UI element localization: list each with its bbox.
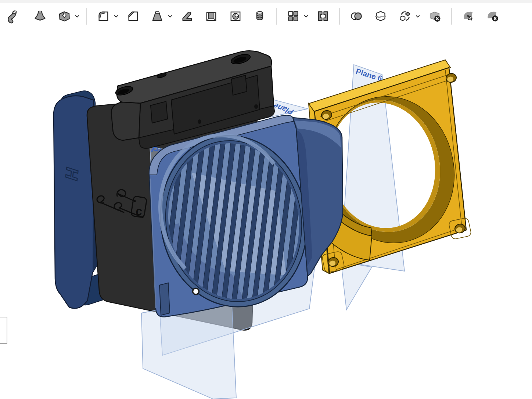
chamfer-icon: [125, 8, 141, 24]
shell-icon: [204, 8, 219, 24]
chevron-down-icon: [166, 12, 174, 20]
delete-part-icon: [427, 8, 442, 24]
transform-button[interactable]: [396, 7, 413, 26]
move-face-icon: [460, 8, 476, 24]
hole-button[interactable]: [227, 7, 244, 26]
delete-face-icon: [485, 8, 500, 24]
sweep-icon: [8, 8, 24, 24]
thread-button[interactable]: [251, 7, 268, 26]
transform-icon: [397, 8, 413, 24]
toolbar-divider: [86, 8, 87, 25]
linear-pattern-button[interactable]: [285, 7, 302, 26]
chamfer-button[interactable]: [125, 7, 141, 26]
window-top-strip: [0, 0, 532, 3]
delete-face-button[interactable]: [484, 7, 501, 26]
chevron-down-icon: [302, 12, 310, 20]
fillet-icon: [96, 8, 111, 24]
mirror-icon: [315, 8, 331, 24]
rib-button[interactable]: [179, 7, 195, 26]
draft-icon: [150, 8, 165, 24]
rib-icon: [179, 8, 195, 24]
toolbar-divider: [339, 8, 340, 25]
toolbar-divider: [451, 8, 452, 25]
fillet-button[interactable]: [95, 7, 112, 26]
draft-dropdown[interactable]: [166, 7, 174, 26]
loft-icon: [32, 8, 48, 24]
boolean-icon: [349, 8, 364, 24]
move-face-button[interactable]: [460, 7, 477, 26]
chevron-down-icon: [414, 12, 421, 20]
thread-icon: [252, 8, 267, 24]
mirror-button[interactable]: [314, 7, 331, 26]
fillet-dropdown[interactable]: [112, 7, 120, 26]
chevron-down-icon: [112, 12, 120, 20]
boolean-button[interactable]: [348, 7, 365, 26]
delete-part-button[interactable]: [426, 7, 443, 26]
app-window: Plane H c: [0, 0, 532, 399]
transform-dropdown[interactable]: [414, 7, 422, 26]
sweep-button[interactable]: [7, 7, 24, 26]
fan-badge-dot: [134, 200, 136, 202]
toolbar-divider: [276, 8, 277, 25]
loft-button[interactable]: [32, 7, 48, 26]
vertex-point[interactable]: [193, 288, 199, 295]
chevron-down-icon: [73, 12, 81, 20]
split-icon: [373, 8, 388, 24]
cropped-panel-edge: [0, 317, 7, 344]
linear-pattern-dropdown[interactable]: [302, 7, 310, 26]
linear-pattern-icon: [285, 8, 301, 24]
hole-icon: [228, 8, 243, 24]
toolbar: [0, 3, 532, 30]
draft-button[interactable]: [149, 7, 166, 26]
thicken-button[interactable]: [56, 7, 73, 26]
shell-button[interactable]: [203, 7, 220, 26]
thicken-icon: [57, 8, 72, 24]
split-button[interactable]: [372, 7, 389, 26]
viewport-3d[interactable]: Plane H c: [0, 29, 532, 399]
thicken-dropdown[interactable]: [73, 7, 81, 26]
